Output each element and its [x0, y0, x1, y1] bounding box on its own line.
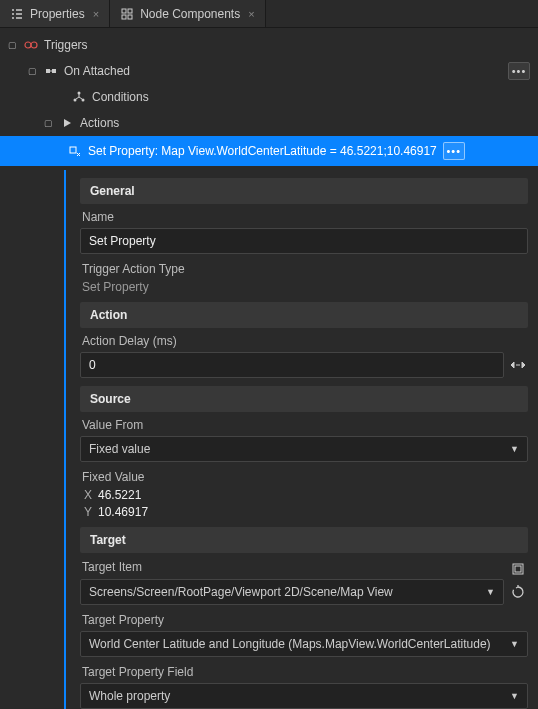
tree-label: On Attached: [64, 64, 502, 78]
tab-label: Node Components: [140, 7, 240, 21]
trigger-action-type-label: Trigger Action Type: [80, 262, 528, 276]
target-item-select[interactable]: Screens/Screen/RootPage/Viewport 2D/Scen…: [80, 579, 504, 605]
tab-node-components[interactable]: Node Components ×: [110, 0, 266, 27]
target-property-field-label: Target Property Field: [80, 665, 528, 679]
svg-rect-13: [515, 566, 521, 572]
context-menu-button[interactable]: •••: [508, 62, 530, 80]
action-delay-label: Action Delay (ms): [80, 334, 528, 348]
tree-label: Conditions: [92, 90, 530, 104]
target-property-select[interactable]: World Center Latitude and Longitude (Map…: [80, 631, 528, 657]
name-label: Name: [80, 210, 528, 224]
tab-properties[interactable]: Properties ×: [0, 0, 110, 27]
action-delay-input[interactable]: [80, 352, 504, 378]
fixed-x-value[interactable]: 46.5221: [98, 488, 141, 502]
svg-rect-6: [46, 69, 50, 73]
tree-label: Set Property: Map View.WorldCenterLatitu…: [88, 144, 437, 158]
attached-icon: [44, 64, 58, 78]
actions-icon: [60, 116, 74, 130]
tree-conditions[interactable]: Conditions: [0, 84, 538, 110]
chevron-down-icon: ▼: [510, 639, 519, 649]
fixed-y-value[interactable]: 10.46917: [98, 505, 148, 519]
close-icon[interactable]: ×: [248, 8, 254, 20]
close-icon[interactable]: ×: [93, 8, 99, 20]
svg-rect-2: [122, 15, 126, 19]
target-item-label: Target Item: [80, 560, 142, 574]
conditions-icon: [72, 90, 86, 104]
expand-arrow-icon[interactable]: ▢: [28, 66, 38, 76]
tree-label: Triggers: [44, 38, 530, 52]
svg-rect-3: [128, 15, 132, 19]
chevron-down-icon: ▼: [510, 444, 519, 454]
tree-selected-action[interactable]: Set Property: Map View.WorldCenterLatitu…: [0, 136, 538, 166]
target-property-label: Target Property: [80, 613, 528, 627]
tab-label: Properties: [30, 7, 85, 21]
section-source: Source: [80, 386, 528, 412]
section-target: Target: [80, 527, 528, 553]
axis-x-label: X: [80, 488, 92, 502]
target-property-field-select[interactable]: Whole property ▼: [80, 683, 528, 709]
svg-rect-7: [52, 69, 56, 73]
tree-label: Actions: [80, 116, 530, 130]
svg-rect-1: [128, 9, 132, 13]
svg-point-4: [25, 42, 31, 48]
browse-icon[interactable]: [508, 559, 528, 579]
refresh-icon[interactable]: [508, 582, 528, 602]
components-icon: [120, 7, 134, 21]
svg-rect-11: [70, 147, 76, 153]
select-value: World Center Latitude and Longitude (Map…: [89, 637, 491, 651]
tree-actions[interactable]: ▢ Actions: [0, 110, 538, 136]
drag-handle-icon[interactable]: [508, 355, 528, 375]
axis-y-label: Y: [80, 505, 92, 519]
set-property-icon: [68, 144, 82, 158]
section-action: Action: [80, 302, 528, 328]
chevron-down-icon: ▼: [486, 587, 495, 597]
chevron-down-icon: ▼: [510, 691, 519, 701]
triggers-icon: [24, 38, 38, 52]
svg-point-5: [31, 42, 37, 48]
context-menu-button[interactable]: •••: [443, 142, 465, 160]
expand-arrow-icon[interactable]: ▢: [8, 40, 18, 50]
section-general: General: [80, 178, 528, 204]
name-input[interactable]: [80, 228, 528, 254]
tree-on-attached[interactable]: ▢ On Attached •••: [0, 58, 538, 84]
fixed-value-label: Fixed Value: [80, 470, 528, 484]
select-value: Screens/Screen/RootPage/Viewport 2D/Scen…: [89, 585, 393, 599]
value-from-select[interactable]: Fixed value ▼: [80, 436, 528, 462]
tree-triggers[interactable]: ▢ Triggers: [0, 32, 538, 58]
svg-rect-0: [122, 9, 126, 13]
expand-arrow-icon[interactable]: ▢: [44, 118, 54, 128]
value-from-label: Value From: [80, 418, 528, 432]
select-value: Whole property: [89, 689, 170, 703]
list-icon: [10, 7, 24, 21]
trigger-action-type-value: Set Property: [80, 280, 528, 294]
select-value: Fixed value: [89, 442, 150, 456]
